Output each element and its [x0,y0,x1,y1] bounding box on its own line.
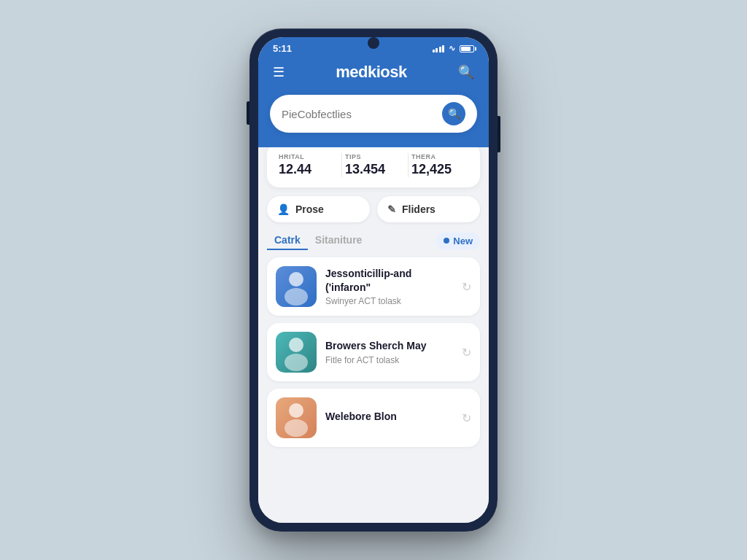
list-item[interactable]: Jessonticillip-and ('infaron" Swinyer AC… [267,257,480,316]
avatar-3 [276,397,317,438]
prose-icon: 👤 [277,203,290,215]
stat-item-thera: THERA 12,425 [411,153,468,177]
filter-fliders-label: Fliders [402,203,436,215]
stat-label-1: TIPS [345,153,402,160]
svg-point-4 [289,403,303,418]
search-header-icon[interactable]: 🔍 [458,64,474,80]
tabs-row: Catrk Sitaniture New [258,231,489,257]
list-info-2: Welebore Blon [325,410,453,425]
avatar-1 [276,266,317,307]
list-subtitle-0: Swinyer ACT tolask [325,296,453,306]
fliders-icon: ✎ [387,203,396,215]
phone-screen: 5:11 ∿ ☰ medkiosk 🔍 [258,37,489,523]
list-subtitle-1: Fitle for ACT tolask [325,355,453,365]
filter-row: 👤 Prose ✎ Fliders [258,196,489,231]
tab-items: Catrk Sitaniture [267,231,436,250]
list-item[interactable]: Browers Sherch May Fitle for ACT tolask … [267,323,480,381]
svg-point-0 [289,272,303,287]
stat-value-0: 12.44 [279,162,336,177]
search-bar: 🔍 [270,95,477,133]
app-header: ☰ medkiosk 🔍 [258,57,489,95]
stats-card: HRITAL 12.44 TIPS 13.454 THERA 12,425 [267,147,480,187]
wifi-icon: ∿ [449,44,455,53]
search-container: 🔍 [258,95,489,147]
status-time: 5:11 [273,43,292,54]
list-item[interactable]: Welebore Blon ↻ [267,389,480,447]
tab-catrk[interactable]: Catrk [267,231,308,250]
stat-value-1: 13.454 [345,162,402,177]
person-silhouette-icon [276,332,317,373]
filter-prose-label: Prose [295,203,324,215]
list-action-icon-1[interactable]: ↻ [462,346,471,359]
list-title-1: Browers Sherch May [325,339,453,352]
stat-item-hrital: HRITAL 12.44 [279,153,342,177]
list-title-0: Jessonticillip-and ('infaron" [325,267,453,293]
camera-notch [368,37,379,49]
list-info-1: Browers Sherch May Fitle for ACT tolask [325,339,453,365]
list-action-icon-2[interactable]: ↻ [462,411,471,425]
search-button[interactable]: 🔍 [442,102,465,125]
status-icons: ∿ [433,44,475,53]
new-badge[interactable]: New [436,233,480,249]
phone-frame: 5:11 ∿ ☰ medkiosk 🔍 [249,28,498,532]
filter-fliders-button[interactable]: ✎ Fliders [377,196,480,222]
search-input[interactable] [282,108,436,120]
stat-value-2: 12,425 [411,162,468,177]
avatar-2 [276,332,317,373]
main-content: HRITAL 12.44 TIPS 13.454 THERA 12,425 [258,147,489,523]
phone-device: 5:11 ∿ ☰ medkiosk 🔍 [249,28,498,532]
svg-point-3 [285,354,308,371]
battery-icon [460,45,474,52]
list-title-2: Welebore Blon [325,410,453,423]
person-silhouette-icon [276,397,317,438]
svg-point-2 [289,338,303,352]
hamburger-icon[interactable]: ☰ [273,64,285,80]
stat-label-0: HRITAL [279,153,336,160]
list-action-icon-0[interactable]: ↻ [462,280,471,294]
new-badge-dot [444,238,449,244]
svg-point-5 [285,419,308,437]
new-badge-text: New [453,236,473,246]
signal-icon [433,45,445,52]
filter-prose-button[interactable]: 👤 Prose [267,196,370,222]
svg-point-1 [285,288,308,306]
person-silhouette-icon [276,266,317,307]
app-title: medkiosk [336,63,407,82]
list-info-0: Jessonticillip-and ('infaron" Swinyer AC… [325,267,453,306]
stat-item-tips: TIPS 13.454 [345,153,409,177]
tab-sitaniture[interactable]: Sitaniture [308,231,370,250]
stat-label-2: THERA [411,153,468,160]
